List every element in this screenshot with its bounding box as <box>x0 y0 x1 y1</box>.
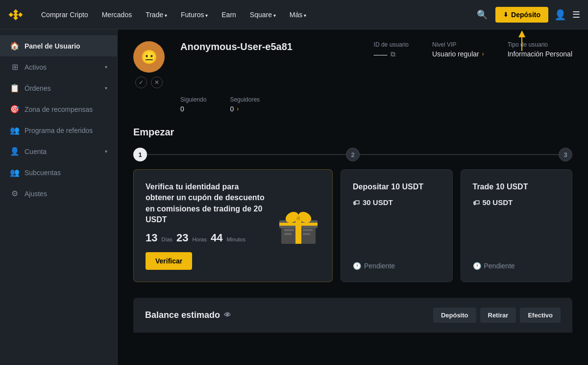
nav-mercados[interactable]: Mercados <box>96 7 138 23</box>
balance-deposit-button[interactable]: Depósito <box>433 308 476 323</box>
nav-comprar-cripto[interactable]: Comprar Cripto <box>35 7 94 23</box>
nav-right: 🔍 Depósito ▲ 👤 ☰ <box>475 7 580 23</box>
reward-token-icon: 🏷 <box>353 199 360 207</box>
sidebar-item-ajustes[interactable]: ⚙ Ajustes <box>0 183 117 204</box>
svg-point-13 <box>296 216 300 220</box>
user-type-label: Tipo de usuario <box>508 41 572 48</box>
nav-trade[interactable]: Trade <box>140 7 173 23</box>
main-layout: 🏠 Panel de Usuario ⊞ Activos ▾ 📋 Órdenes… <box>0 29 588 365</box>
sidebar-panel-label: Panel de Usuario <box>24 42 107 50</box>
twitter-icon[interactable]: ✕ <box>151 77 163 88</box>
avatar-social-icons: ✓ ✕ <box>135 77 163 88</box>
card-deposit-reward: 🏷 30 USDT <box>353 198 441 207</box>
user-profile-section: 😐 ✓ ✕ Anonymous-User-e5a81 ID de usuario… <box>133 41 572 88</box>
id-label: ID de usuario <box>374 41 409 48</box>
sidebar-item-recompensas[interactable]: 🎯 Zona de recompensas <box>0 99 117 120</box>
clock-icon-2: 🕐 <box>473 262 481 270</box>
logo[interactable] <box>8 7 24 23</box>
card-verify-title: Verifica tu identidad para obtener un cu… <box>146 182 269 226</box>
rewards-icon: 🎯 <box>10 104 20 114</box>
step-1-circle: 1 <box>133 148 147 161</box>
card-verify: Verifica tu identidad para obtener un cu… <box>133 169 333 282</box>
avatar-emoji: 😐 <box>141 49 158 65</box>
svg-rect-9 <box>279 223 318 226</box>
minutes-label: Minutos <box>226 236 245 242</box>
vip-label: Nivel VIP <box>432 41 484 48</box>
card-trade-content: Trade 10 USDT 🏷 50 USDT <box>473 182 561 210</box>
step-2-circle: 2 <box>346 148 360 161</box>
svg-rect-15 <box>284 233 292 235</box>
step-line-2 <box>360 154 559 155</box>
following-value: 0 <box>180 105 206 113</box>
nav-earn[interactable]: Earn <box>216 7 242 23</box>
chevron-down-icon-3: ▾ <box>105 149 107 154</box>
verify-button[interactable]: Verificar <box>146 252 192 270</box>
cards-row: Verifica tu identidad para obtener un cu… <box>133 169 572 282</box>
subaccounts-icon: 👥 <box>10 168 20 177</box>
svg-rect-14 <box>284 229 294 231</box>
follow-stats: Siguiendo 0 Seguidores 0 › <box>180 96 572 113</box>
deposit-wrapper: Depósito ▲ <box>495 7 548 23</box>
sidebar-activos-label: Activos <box>24 63 100 71</box>
balance-actions: Depósito Retirar Efectivo <box>433 308 561 323</box>
balance-section: Balance estimado 👁 Depósito Retirar Efec… <box>133 298 572 333</box>
user-stats: ID de usuario —— ⧉ Nivel VIP Usuario reg… <box>374 41 572 58</box>
user-type-value[interactable]: Información Personal <box>508 50 572 58</box>
days-number: 13 <box>146 232 157 244</box>
followers-arrow[interactable]: › <box>237 105 239 112</box>
deposit-button[interactable]: Depósito <box>495 7 548 23</box>
svg-rect-17 <box>303 233 310 235</box>
hamburger-menu-icon[interactable]: ☰ <box>572 9 580 20</box>
copy-icon[interactable]: ⧉ <box>391 50 395 58</box>
avatar: 😐 <box>133 41 165 73</box>
sidebar-item-activos[interactable]: ⊞ Activos ▾ <box>0 56 117 78</box>
vip-value: Usuario regular › <box>432 50 484 58</box>
sidebar-item-subcuentas[interactable]: 👥 Subcuentas <box>0 162 117 183</box>
countdown-timer: 13 Días 23 Horas 44 Minutos <box>146 232 269 244</box>
stat-group-user-type: Tipo de usuario Información Personal <box>508 41 572 58</box>
card-trade-title: Trade 10 USDT <box>473 182 561 192</box>
referral-icon: 👥 <box>10 126 20 135</box>
balance-eye-icon[interactable]: 👁 <box>224 311 231 319</box>
sidebar: 🏠 Panel de Usuario ⊞ Activos ▾ 📋 Órdenes… <box>0 29 118 365</box>
empezar-section: Empezar 1 2 3 Verifica tu identidad para… <box>133 127 572 282</box>
minutes-number: 44 <box>211 232 222 244</box>
sidebar-item-referidos[interactable]: 👥 Programa de referidos <box>0 120 117 141</box>
sidebar-item-cuenta[interactable]: 👤 Cuenta ▾ <box>0 141 117 162</box>
step-line-1 <box>147 154 346 155</box>
nav-mas[interactable]: Más <box>284 7 312 23</box>
search-icon[interactable]: 🔍 <box>475 7 490 22</box>
days-label: Días <box>161 236 172 242</box>
sidebar-ordenes-label: Órdenes <box>24 84 100 92</box>
clock-icon: 🕐 <box>353 262 361 270</box>
followers-label: Seguidores <box>230 96 260 103</box>
home-icon: 🏠 <box>10 41 20 51</box>
nav-futuros[interactable]: Futuros <box>175 7 214 23</box>
sidebar-subcuentas-label: Subcuentas <box>24 169 107 177</box>
followers-value: 0 › <box>230 105 260 113</box>
trade-pending-status: 🕐 Pendiente <box>473 262 561 270</box>
account-icon: 👤 <box>10 147 20 156</box>
balance-withdraw-button[interactable]: Retirar <box>480 308 516 323</box>
sidebar-item-panel[interactable]: 🏠 Panel de Usuario <box>0 35 117 56</box>
trade-status-text: Pendiente <box>484 262 515 270</box>
card-deposit: Depositar 10 USDT 🏷 30 USDT 🕐 Pendiente <box>341 169 453 282</box>
sidebar-item-ordenes[interactable]: 📋 Órdenes ▾ <box>0 78 117 99</box>
orders-icon: 📋 <box>10 83 20 93</box>
main-content: 😐 ✓ ✕ Anonymous-User-e5a81 ID de usuario… <box>118 29 588 365</box>
steps-progress: 1 2 3 <box>133 148 572 161</box>
verified-icon[interactable]: ✓ <box>135 77 147 88</box>
chevron-down-icon: ▾ <box>105 64 107 70</box>
sidebar-referidos-label: Programa de referidos <box>24 127 107 134</box>
sidebar-recompensas-label: Zona de recompensas <box>24 105 107 113</box>
vip-arrow[interactable]: › <box>482 51 484 57</box>
stat-group-vip: Nivel VIP Usuario regular › <box>432 41 484 58</box>
top-navigation: Comprar Cripto Mercados Trade Futuros Ea… <box>0 0 588 29</box>
svg-rect-16 <box>303 229 313 231</box>
sidebar-cuenta-label: Cuenta <box>24 148 100 156</box>
hours-label: Horas <box>193 236 207 242</box>
user-account-icon[interactable]: 👤 <box>554 9 566 21</box>
reward-token-icon-2: 🏷 <box>473 199 480 207</box>
balance-cash-button[interactable]: Efectivo <box>520 308 561 323</box>
nav-square[interactable]: Square <box>244 7 282 23</box>
